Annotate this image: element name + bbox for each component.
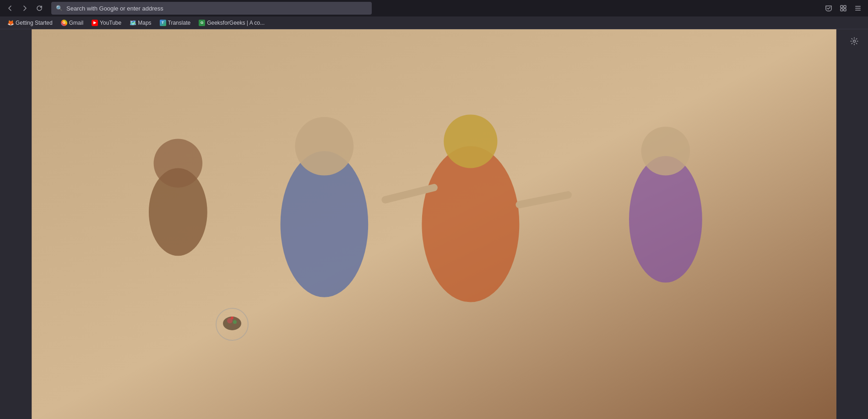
svg-rect-48 xyxy=(539,283,732,356)
pocket-save-button[interactable] xyxy=(822,2,835,15)
pocket-cards: ✦ ✦ ✦ xyxy=(136,283,732,356)
toolbar-right xyxy=(822,2,864,15)
bookmark-label: YouTube xyxy=(100,20,121,26)
svg-rect-3 xyxy=(844,9,846,11)
bookmark-label: Translate xyxy=(168,20,191,26)
address-bar[interactable]: 🔍 Search with Google or enter address xyxy=(51,2,372,15)
svg-rect-0 xyxy=(841,5,843,8)
forward-button[interactable] xyxy=(18,2,31,15)
getting-started-favicon: 🦊 xyxy=(7,20,14,26)
bookmark-label: Maps xyxy=(138,20,151,26)
bookmark-maps[interactable]: 🗺️ Maps xyxy=(126,19,155,27)
search-icon: 🔍 xyxy=(56,5,63,11)
page-content: Firefox Search with Google or enter addr… xyxy=(0,29,868,419)
bookmark-getting-started[interactable]: 🦊 Getting Started xyxy=(4,19,56,27)
title-bar: 🔍 Search with Google or enter address xyxy=(0,0,868,16)
bookmarks-bar: 🦊 Getting Started G Gmail ▶ YouTube 🗺️ M… xyxy=(0,16,868,29)
svg-rect-1 xyxy=(844,5,846,8)
youtube-favicon: ▶ xyxy=(92,20,98,26)
svg-point-29 xyxy=(233,320,237,324)
extensions-button[interactable] xyxy=(837,2,850,15)
maps-favicon: 🗺️ xyxy=(130,20,136,26)
back-button[interactable] xyxy=(4,2,16,15)
translate-favicon: T xyxy=(160,20,166,26)
bookmark-label: GeeksforGeeks | A co... xyxy=(207,20,265,26)
gmail-favicon: G xyxy=(61,20,67,26)
address-text: Search with Google or enter address xyxy=(66,5,367,12)
pocket-card-art-image xyxy=(539,283,732,356)
pocket-card-art[interactable] xyxy=(539,283,732,356)
pocket-section: Recommended by Pocket Learn more xyxy=(0,268,868,356)
menu-button[interactable] xyxy=(852,2,864,15)
svg-rect-4 xyxy=(855,6,861,7)
bookmark-label: Gmail xyxy=(69,20,83,26)
svg-rect-2 xyxy=(841,9,843,11)
svg-rect-5 xyxy=(855,8,861,9)
bookmark-youtube[interactable]: ▶ YouTube xyxy=(88,19,125,27)
bookmark-label: Getting Started xyxy=(16,20,53,26)
gfg-favicon: G xyxy=(199,20,205,26)
bookmark-geeksforgeeks[interactable]: G GeeksforGeeks | A co... xyxy=(195,19,268,27)
refresh-button[interactable] xyxy=(33,2,46,15)
bookmark-gmail[interactable]: G Gmail xyxy=(57,19,87,27)
bookmark-translate[interactable]: T Translate xyxy=(156,19,195,27)
browser-chrome: 🔍 Search with Google or enter address xyxy=(0,0,868,29)
svg-point-30 xyxy=(231,317,233,319)
svg-rect-6 xyxy=(855,10,861,11)
